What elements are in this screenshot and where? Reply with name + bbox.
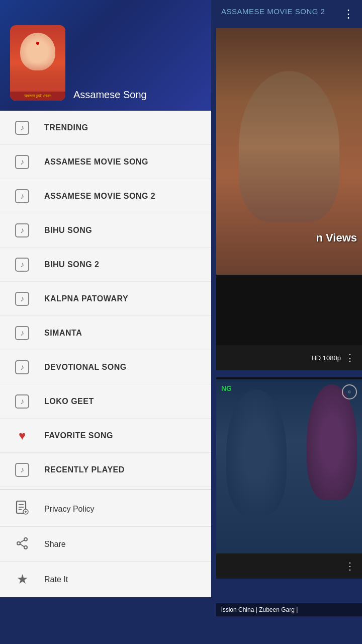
sidebar-item-assamese-movie-song[interactable]: ♪ ASSAMESE MOVIE SONG xyxy=(0,145,211,179)
app-icon: HD অসমেসে বুদেই সোনস xyxy=(10,25,65,101)
heart-icon-favorite: ♥ xyxy=(12,426,32,446)
drawer-menu: ♪ TRENDING ♪ ASSAMESE MOVIE SONG ♪ ASSAM… xyxy=(0,111,211,597)
music-note-icon-devotional: ♪ xyxy=(12,357,32,377)
menu-divider xyxy=(0,489,211,490)
sidebar-item-loko-geet[interactable]: ♪ LOKO GEET xyxy=(0,384,211,419)
music-note-box: ♪ xyxy=(15,121,29,135)
drawer-overlay: HD অসমেসে বুদেই সোনস Assamese Song xyxy=(0,0,211,644)
music-note-icon-ams: ♪ xyxy=(12,152,32,172)
music-note-icon-trending: ♪ xyxy=(12,118,32,138)
watermark: © xyxy=(342,384,357,399)
video-controls-1: HD 1080p ⋮ xyxy=(216,345,362,370)
music-note-box-5: ♪ xyxy=(15,258,29,272)
music-note-box-10: ♪ xyxy=(15,463,29,477)
sidebar-item-privacy[interactable]: Privacy Policy xyxy=(0,492,211,527)
sidebar-label-privacy: Privacy Policy xyxy=(44,505,95,514)
sidebar-item-trending[interactable]: ♪ TRENDING xyxy=(0,111,211,145)
music-note-icon-loko: ♪ xyxy=(12,391,32,412)
music-note-box-8: ♪ xyxy=(15,360,29,374)
icon-text: অসমেসে বুদেই সোনস xyxy=(10,92,65,101)
svg-line-11 xyxy=(20,544,24,546)
music-note-box-7: ♪ xyxy=(15,326,29,340)
sidebar-label-ams: ASSAMESE MOVIE SONG xyxy=(44,157,148,167)
views-text: n Views xyxy=(316,231,357,245)
video-menu-icon[interactable]: ⋮ xyxy=(345,352,355,364)
sidebar-item-rate-it[interactable]: ★ Rate It xyxy=(0,562,211,597)
sidebar-label-recent: RECENTLY PLAYED xyxy=(44,465,125,474)
heart-icon: ♥ xyxy=(19,429,26,443)
svg-point-9 xyxy=(24,546,27,549)
music-note-box-6: ♪ xyxy=(15,292,29,306)
video-menu-icon-2[interactable]: ⋮ xyxy=(345,560,355,572)
drawer-header: HD অসমেসে বুদেই সোনস Assamese Song xyxy=(0,0,211,111)
music-note-icon-simanta: ♪ xyxy=(12,323,32,343)
star-icon: ★ xyxy=(17,572,28,587)
music-note-box-2: ♪ xyxy=(15,155,29,169)
document-icon-wrapper xyxy=(12,499,32,519)
document-icon xyxy=(16,501,29,518)
app-icon-wrapper: HD অসমেসে বুদেই সোনস xyxy=(10,25,65,101)
song-caption: ission China | Zubeen Garg | xyxy=(216,603,362,616)
sidebar-label-devotional: DEVOTIONAL SONG xyxy=(44,363,127,372)
app-name: Assamese Song xyxy=(73,89,147,101)
music-note-icon-ams2: ♪ xyxy=(12,186,32,206)
hd-badge: HD 1080p xyxy=(311,354,341,362)
sidebar-label-ams2: ASSAMESE MOVIE SONG 2 xyxy=(44,192,155,201)
sidebar-item-assamese-movie-song-2[interactable]: ♪ ASSAMESE MOVIE SONG 2 xyxy=(0,179,211,213)
sidebar-item-devotional[interactable]: ♪ DEVOTIONAL SONG xyxy=(0,350,211,384)
music-note-icon-bihu2: ♪ xyxy=(12,255,32,275)
sidebar-item-simanta[interactable]: ♪ SIMANTA xyxy=(0,316,211,350)
sidebar-item-kalpna[interactable]: ♪ KALPNA PATOWARY xyxy=(0,282,211,316)
music-note-icon-recent: ♪ xyxy=(12,460,32,480)
sidebar-label-bihu2: BIHU SONG 2 xyxy=(44,260,100,269)
video-controls-2: ⋮ xyxy=(216,553,362,579)
music-note-box-9: ♪ xyxy=(15,394,29,409)
sidebar-item-bihu-song[interactable]: ♪ BIHU SONG xyxy=(0,213,211,248)
video-thumbnail-2: NG © xyxy=(216,379,362,579)
sidebar-label-rate-it: Rate It xyxy=(44,575,68,584)
sidebar-label-trending: TRENDING xyxy=(44,123,88,132)
share-icon xyxy=(16,537,29,552)
video-area-1: n Views HD 1080p ⋮ xyxy=(216,28,362,370)
right-title: ASSAMESE MOVIE SONG 2 xyxy=(221,7,325,16)
sidebar-label-favorite: FAVORITE SONG xyxy=(44,431,113,440)
sidebar-item-share[interactable]: Share xyxy=(0,527,211,562)
video-label: NG xyxy=(221,384,232,392)
music-note-icon-kalpna: ♪ xyxy=(12,289,32,309)
music-note-icon-bihu: ♪ xyxy=(12,220,32,240)
sidebar-label-simanta: SIMANTA xyxy=(44,329,82,338)
more-options-icon[interactable]: ⋮ xyxy=(343,8,354,21)
video-person-2 xyxy=(216,379,362,579)
sidebar-label-bihu: BIHU SONG xyxy=(44,226,92,235)
sidebar-label-kalpna: KALPNA PATOWARY xyxy=(44,294,128,303)
sidebar-label-share: Share xyxy=(44,540,66,549)
sidebar-label-loko: LOKO GEET xyxy=(44,397,94,406)
music-note-box-4: ♪ xyxy=(15,223,29,237)
sidebar-item-recently-played[interactable]: ♪ RECENTLY PLAYED xyxy=(0,453,211,487)
share-icon-wrapper xyxy=(12,534,32,554)
sidebar-item-bihu-song-2[interactable]: ♪ BIHU SONG 2 xyxy=(0,248,211,282)
svg-point-7 xyxy=(24,538,27,541)
music-note-box-3: ♪ xyxy=(15,189,29,203)
svg-line-10 xyxy=(20,540,24,542)
star-icon-wrapper: ★ xyxy=(12,570,32,590)
video-thumbnail-1: n Views xyxy=(216,28,362,275)
video-area-2: NG © ⋮ xyxy=(216,377,362,579)
sidebar-item-favorite[interactable]: ♥ FAVORITE SONG xyxy=(0,419,211,453)
svg-point-8 xyxy=(17,542,20,545)
